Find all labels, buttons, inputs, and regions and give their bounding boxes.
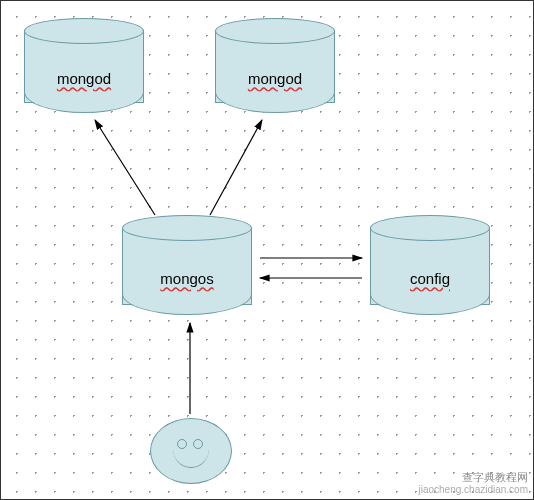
node-client bbox=[150, 418, 232, 484]
face-eye-icon bbox=[177, 439, 187, 449]
node-mongos-label: mongos bbox=[122, 270, 252, 287]
node-mongod-1: mongod bbox=[24, 18, 144, 113]
node-mongod-1-label: mongod bbox=[24, 70, 144, 87]
watermark-line1: 查字典教程网 bbox=[418, 471, 528, 484]
node-mongod-2-label: mongod bbox=[215, 70, 335, 87]
node-mongos: mongos bbox=[122, 215, 252, 315]
watermark: 查字典教程网 jiaocheng.chazidian.com bbox=[418, 471, 528, 496]
node-mongod-2: mongod bbox=[215, 18, 335, 113]
face-smile-icon bbox=[173, 449, 209, 468]
watermark-line2: jiaocheng.chazidian.com bbox=[418, 484, 528, 496]
node-config: config bbox=[370, 215, 490, 315]
face-eye-icon bbox=[193, 439, 203, 449]
node-config-label: config bbox=[370, 270, 490, 287]
